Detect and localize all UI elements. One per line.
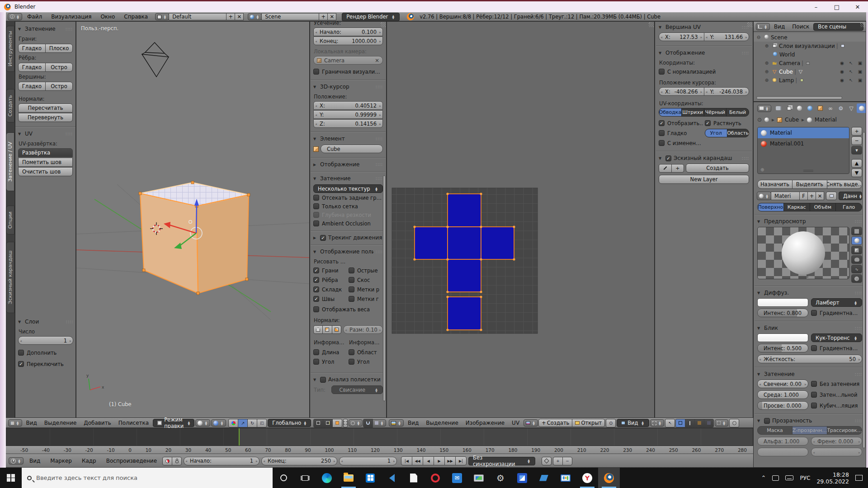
transp-ztransp-toggle[interactable]: Z-прозрачн… xyxy=(792,426,827,435)
selectable-icon[interactable]: ↖ xyxy=(847,61,855,66)
draw-bevel-checkbox[interactable]: Скос xyxy=(349,276,383,284)
store-button[interactable] xyxy=(359,468,381,488)
manipulator-rotate-button[interactable]: ↻ xyxy=(247,419,257,427)
image-open-button[interactable]: Открыт xyxy=(572,419,605,427)
show-modified-checkbox[interactable]: С изменен… xyxy=(659,139,703,147)
tab-options[interactable]: Опции xyxy=(6,206,14,235)
movies-tv-button[interactable] xyxy=(511,468,533,488)
preview-hair-button[interactable]: ∿ xyxy=(851,265,862,273)
specular-intensity-slider[interactable]: Интенс: 0.500 xyxy=(757,344,808,352)
editor-type-button[interactable] xyxy=(757,105,771,112)
stretch-area-toggle[interactable]: Область xyxy=(727,129,750,137)
auto-keyframe-button[interactable] xyxy=(162,457,172,465)
edge-sharp-button[interactable]: Остро xyxy=(45,63,73,72)
occlude-geometry-button[interactable] xyxy=(343,419,348,427)
transp-mask-toggle[interactable]: Маска xyxy=(757,426,793,435)
clip-end-field[interactable]: Конец:1000.000 xyxy=(313,37,383,45)
preview-resize-grip[interactable] xyxy=(798,276,808,278)
yandex-browser-button[interactable]: Y xyxy=(576,468,598,488)
menu-render[interactable]: Визуализация xyxy=(47,14,95,20)
uv-face-select-button[interactable] xyxy=(694,419,704,427)
deselect-button[interactable]: Снять выде… xyxy=(827,180,862,189)
uv-sync-select-button[interactable]: ↖ xyxy=(665,419,675,427)
normals-size-field[interactable]: Разм: 0.10 xyxy=(343,325,383,334)
clip-start-field[interactable]: Начало:0.100 xyxy=(313,28,383,36)
panel-3d-cursor-header[interactable]: ▼3D-курсор:::: xyxy=(313,81,383,92)
clock[interactable]: 18:28 29.05.2022 xyxy=(816,471,849,485)
insert-keyframe-button[interactable]: + xyxy=(553,457,563,465)
tab-create[interactable]: Создать xyxy=(6,89,14,122)
tab-render-layers[interactable] xyxy=(784,103,794,113)
region-corner-grip[interactable] xyxy=(747,22,752,27)
tangent-checkbox[interactable]: Затен…льной xyxy=(811,390,862,399)
slot-specials-button[interactable]: ▾ xyxy=(851,146,862,155)
menu-view[interactable]: Вид xyxy=(405,420,422,426)
type-wire-toggle[interactable]: Каркас xyxy=(783,203,810,211)
edge-button[interactable] xyxy=(316,468,338,488)
shading-mode-select[interactable]: Несколько текстур xyxy=(313,184,383,193)
menu-playback[interactable]: Воспроизведение xyxy=(102,458,161,464)
specular-color-swatch[interactable] xyxy=(757,333,808,342)
type-volume-toggle[interactable]: Объём xyxy=(810,203,836,211)
menu-view[interactable]: Вид xyxy=(25,458,44,464)
item-name-field[interactable]: Cube xyxy=(321,145,383,153)
uv-x-field[interactable]: X:127.53 xyxy=(659,33,704,41)
ambient-occlusion-checkbox[interactable]: Ambient Occlusion xyxy=(313,219,383,228)
outliner-row-lamp[interactable]: ⊕ Lamp| ◉↖▣ xyxy=(754,76,866,84)
expand-icon[interactable]: ⊕ xyxy=(764,78,770,83)
taskbar-search[interactable]: Введите здесь текст для поиска xyxy=(22,468,273,488)
tab-modifiers[interactable]: ⚙ xyxy=(836,103,846,113)
mail-button[interactable]: ✉ xyxy=(446,468,468,488)
pin-icon[interactable]: ⊙ xyxy=(757,117,762,123)
menu-help[interactable]: Справка xyxy=(120,14,152,20)
panel-viewport-shading-header[interactable]: ▼Затенение:::: xyxy=(313,173,383,184)
translucency-slider[interactable]: Просве: 0.000 xyxy=(757,401,808,410)
frame-end-field[interactable]: Конец:250 xyxy=(261,457,337,465)
uv-y-field[interactable]: Y:131.66 xyxy=(704,33,750,41)
system-monitor-button[interactable] xyxy=(468,468,490,488)
preview-cube-button[interactable] xyxy=(851,246,862,254)
face-normals-toggle[interactable] xyxy=(332,325,341,334)
slot-move-up-button[interactable]: ▲ xyxy=(851,159,862,168)
mesh-analysis-checkbox[interactable] xyxy=(320,377,326,383)
uv-cursor-x-field[interactable]: X:-408.266 xyxy=(659,87,704,96)
renderable-icon[interactable]: ▣ xyxy=(856,69,864,74)
file-explorer-button[interactable] xyxy=(338,468,359,488)
uv-pivot-select[interactable] xyxy=(650,419,664,427)
manipulator-scale-button[interactable]: ◰ xyxy=(257,419,267,427)
fresnel-field[interactable]: Френе: 0.000 xyxy=(811,437,862,446)
draw-edges-checkbox[interactable]: Рёбра xyxy=(313,276,348,284)
stretch-angle-toggle[interactable]: Угол xyxy=(705,129,727,137)
shading-select[interactable] xyxy=(195,419,210,427)
outliner-row-renderlayers[interactable]: ⊕ Слои визуализации| xyxy=(754,42,866,50)
edge-length-checkbox[interactable]: Длина xyxy=(313,348,348,357)
menu-select[interactable]: Выделение xyxy=(423,420,461,426)
layers-number-field[interactable]: 1 xyxy=(18,336,73,345)
outliner-row-camera[interactable]: ⊕ Camera| ◉↖▣ xyxy=(754,59,866,67)
play-button[interactable]: ▶ xyxy=(434,456,445,465)
panel-grease-pencil-header[interactable]: ▼Эскизный карандаш:::: xyxy=(659,153,749,164)
breadcrumb-material[interactable]: Material xyxy=(815,117,837,123)
region-corner-grip[interactable] xyxy=(860,22,865,27)
loop-normals-toggle[interactable] xyxy=(322,325,332,334)
play-reverse-button[interactable]: ◀ xyxy=(423,456,434,465)
delete-keyframe-button[interactable]: − xyxy=(562,457,572,465)
node-editor-button[interactable] xyxy=(826,192,837,200)
manipulator-translate-button[interactable]: ↗ xyxy=(238,419,248,427)
diffuse-shader-select[interactable]: Ламберт xyxy=(811,298,862,307)
panel-mesh-display-header[interactable]: ▼Отображение полисетки:::: xyxy=(313,246,383,257)
layout-icon-button[interactable] xyxy=(155,13,169,20)
panel-diffuse-header[interactable]: ▼Диффуз.:::: xyxy=(757,287,862,298)
opera-button[interactable] xyxy=(425,468,446,488)
tab-scene[interactable] xyxy=(794,103,804,113)
recalculate-normals-button[interactable]: Пересчитать xyxy=(18,103,73,113)
panel-mesh-analysis-header[interactable]: ▼Анализ полисетки:::: xyxy=(313,374,383,385)
current-frame-line[interactable] xyxy=(239,428,240,446)
backface-cull-checkbox[interactable]: Отсекать задние гр… xyxy=(313,193,383,202)
menu-marker[interactable]: Маркер xyxy=(46,458,76,464)
tab-object[interactable] xyxy=(815,103,825,113)
uv-view-select[interactable]: Вид xyxy=(617,419,649,427)
uv-proportional-button[interactable] xyxy=(729,419,739,427)
normalized-checkbox[interactable]: С нормализацией xyxy=(659,67,749,76)
uv-edge-select-button[interactable] xyxy=(685,419,695,427)
